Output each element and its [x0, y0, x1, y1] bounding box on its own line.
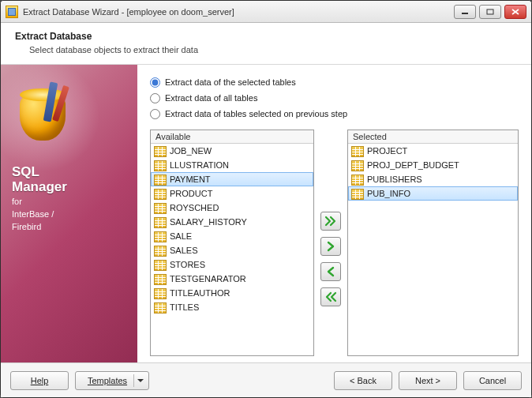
remove-button[interactable] [320, 262, 341, 281]
table-icon [154, 260, 165, 269]
available-header: Available [151, 130, 313, 144]
list-item[interactable]: PAYMENT [151, 172, 313, 186]
list-item-label: SALE [170, 231, 192, 241]
list-item[interactable]: PRODUCT [151, 186, 313, 201]
selected-panel: Selected PROJECTPROJ_DEPT_BUDGETPUBLISHE… [347, 130, 519, 356]
templates-button[interactable]: Templates [75, 371, 149, 390]
cancel-button-label: Cancel [479, 376, 506, 385]
list-item[interactable]: SALES [151, 243, 313, 257]
radio-previous-step[interactable]: Extract data of tables selected on previ… [150, 106, 519, 122]
list-item-label: TESTGENARATOR [170, 274, 246, 283]
available-panel: Available JOB_NEWLLUSTRATIONPAYMENTPRODU… [150, 130, 314, 356]
svg-rect-0 [462, 13, 468, 14]
list-item[interactable]: TESTGENARATOR [151, 272, 313, 286]
list-item-label: PUB_INFO [367, 189, 410, 198]
next-button[interactable]: Next > [399, 371, 457, 390]
table-icon [154, 189, 165, 198]
list-item-label: LLUSTRATION [170, 160, 229, 170]
list-item-label: PAYMENT [170, 175, 211, 184]
list-item-label: PRODUCT [170, 189, 212, 198]
next-button-label: Next > [415, 376, 440, 385]
add-all-button[interactable] [320, 212, 341, 231]
radio-all-tables[interactable]: Extract data of all tables [150, 90, 519, 106]
list-item-label: TITLES [170, 302, 199, 312]
list-item-label: PROJ_DEPT_BUDGET [367, 160, 459, 170]
list-item-label: STORES [170, 260, 205, 269]
close-button[interactable] [504, 5, 526, 19]
back-button[interactable]: < Back [334, 371, 392, 390]
product-for-line3: Firebird [12, 221, 126, 232]
product-for-line1: for [12, 196, 126, 207]
right-icon [324, 241, 337, 252]
table-icon [154, 302, 165, 312]
sidebar: SQL Manager for InterBase / Firebird [1, 65, 137, 362]
radio-selected-tables-input[interactable] [150, 77, 160, 88]
list-item[interactable]: STORES [151, 257, 313, 272]
list-item-label: PUBLISHERS [367, 175, 422, 184]
table-icon [154, 203, 165, 212]
wizard-body: SQL Manager for InterBase / Firebird Ext… [1, 65, 531, 362]
radio-all-tables-input[interactable] [150, 93, 160, 103]
selected-list[interactable]: PROJECTPROJ_DEPT_BUDGETPUBLISHERSPUB_INF… [348, 144, 518, 355]
list-item[interactable]: LLUSTRATION [151, 158, 313, 172]
table-icon [154, 217, 165, 227]
list-item[interactable]: JOB_NEW [151, 144, 313, 158]
minimize-icon [461, 9, 469, 15]
table-icon [154, 246, 165, 255]
minimize-button[interactable] [454, 5, 476, 19]
window-title: Extract Database Wizard - [employee on d… [23, 7, 234, 17]
table-icon [351, 175, 362, 184]
list-item[interactable]: PUBLISHERS [348, 172, 518, 186]
table-icon [154, 231, 165, 241]
list-item[interactable]: SALE [151, 229, 313, 243]
main-panel: Extract data of the selected tables Extr… [137, 65, 531, 362]
list-item-label: JOB_NEW [170, 146, 212, 156]
list-item-label: PROJECT [367, 146, 407, 156]
list-item[interactable]: TITLES [151, 300, 313, 314]
titlebar: Extract Database Wizard - [employee on d… [1, 1, 531, 23]
window-controls [454, 5, 526, 19]
wizard-header: Extract Database Select database objects… [1, 23, 531, 65]
double-left-icon [324, 291, 337, 302]
radio-selected-tables[interactable]: Extract data of the selected tables [150, 74, 519, 90]
add-button[interactable] [320, 237, 341, 256]
list-item-label: TITLEAUTHOR [170, 288, 230, 298]
templates-button-label: Templates [88, 376, 127, 385]
table-icon [154, 146, 165, 156]
table-icon [154, 160, 165, 170]
available-list[interactable]: JOB_NEWLLUSTRATIONPAYMENTPRODUCTROYSCHED… [151, 144, 313, 355]
svg-rect-1 [487, 9, 493, 14]
product-name-line2: Manager [12, 179, 126, 194]
help-button[interactable]: Help [10, 371, 69, 390]
product-name-line1: SQL [12, 164, 126, 179]
list-item-label: SALES [170, 246, 197, 255]
close-icon [511, 9, 519, 15]
list-item[interactable]: PUB_INFO [348, 186, 518, 201]
list-item-label: SALARY_HISTORY [170, 217, 247, 227]
table-icon [351, 189, 362, 198]
transfer-buttons [320, 130, 341, 356]
maximize-button[interactable] [479, 5, 501, 19]
cancel-button[interactable]: Cancel [463, 371, 522, 390]
list-item[interactable]: ROYSCHED [151, 201, 313, 215]
list-item[interactable]: PROJ_DEPT_BUDGET [348, 158, 518, 172]
radio-previous-step-label: Extract data of tables selected on previ… [165, 109, 347, 118]
radio-previous-step-input[interactable] [150, 109, 160, 119]
radio-all-tables-label: Extract data of all tables [165, 93, 257, 103]
table-icon [351, 146, 362, 156]
remove-all-button[interactable] [320, 287, 341, 306]
page-title: Extract Database [15, 31, 517, 42]
selected-header: Selected [348, 130, 518, 144]
list-item[interactable]: SALARY_HISTORY [151, 215, 313, 229]
lists-area: Available JOB_NEWLLUSTRATIONPAYMENTPRODU… [150, 130, 519, 356]
footer: Help Templates < Back Next > Cancel [1, 362, 531, 397]
product-art [17, 82, 88, 153]
left-icon [324, 266, 337, 277]
help-button-label: Help [31, 376, 49, 385]
table-icon [154, 175, 165, 184]
list-item[interactable]: PROJECT [348, 144, 518, 158]
page-subtitle: Select database objects to extract their… [15, 45, 517, 54]
list-item[interactable]: TITLEAUTHOR [151, 286, 313, 300]
product-for-line2: InterBase / [12, 208, 126, 220]
back-button-label: < Back [350, 376, 377, 385]
